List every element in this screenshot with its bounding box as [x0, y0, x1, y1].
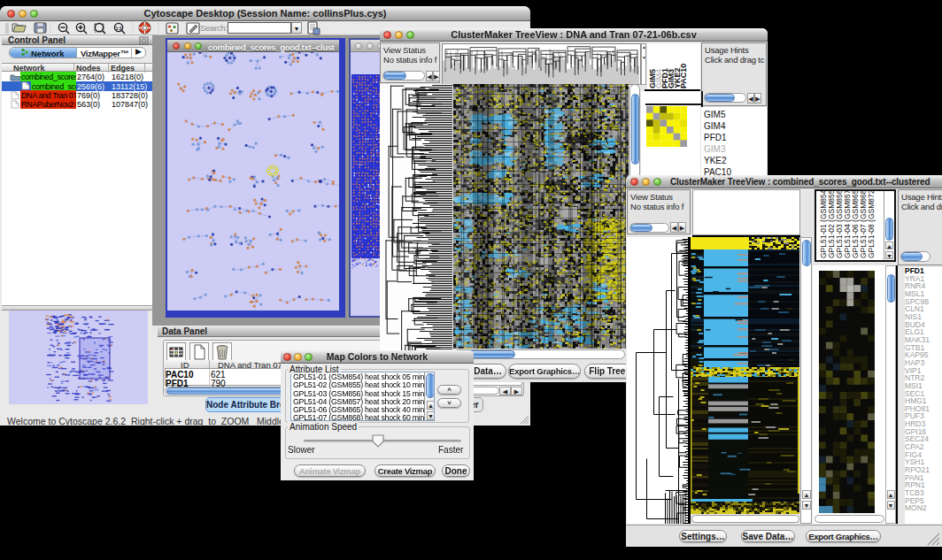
svg-text:1:1: 1:1 [115, 26, 121, 31]
